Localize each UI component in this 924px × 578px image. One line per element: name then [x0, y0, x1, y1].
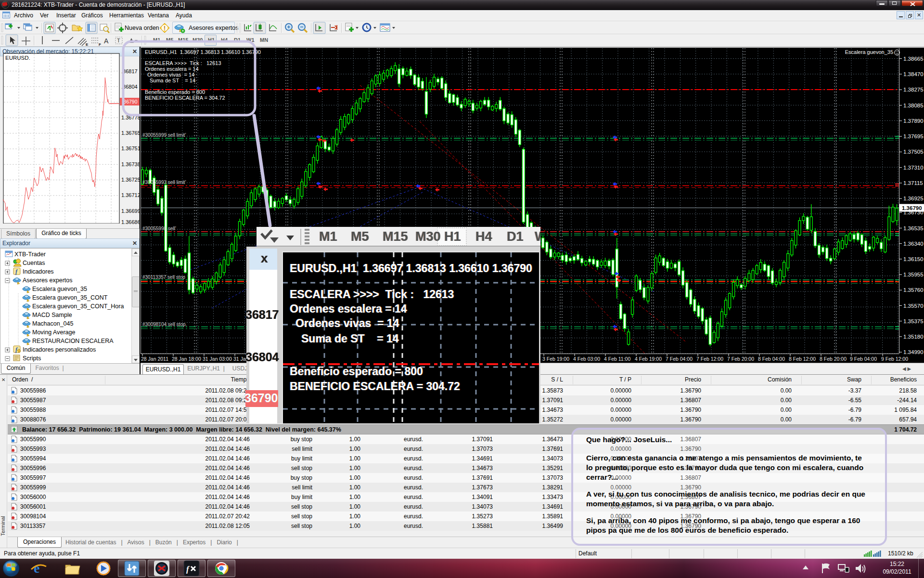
svg-text:28 Jan 18:00: 28 Jan 18:00 — [172, 356, 201, 362]
svg-text:#30055993 sell limitʼ: #30055993 sell limitʼ — [142, 180, 186, 185]
svg-text:Ordenes vivas = 14: Ordenes vivas = 14 — [147, 72, 194, 78]
svg-text:Scripts: Scripts — [23, 355, 41, 362]
svg-text:Ordenes escalera = 14: Ordenes escalera = 14 — [145, 66, 199, 72]
svg-text:7 Feb 20:00: 7 Feb 20:00 — [727, 356, 754, 362]
svg-text:Cuentas: Cuentas — [23, 260, 45, 266]
svg-text:1.37115: 1.37115 — [903, 180, 923, 186]
svg-text:4 Feb 11:00: 4 Feb 11:00 — [604, 356, 630, 362]
svg-text:9 Feb 04:00: 9 Feb 04:00 — [850, 356, 877, 362]
svg-text:7 Feb 12:00: 7 Feb 12:00 — [696, 356, 723, 362]
svg-text:Indicadores: Indicadores — [23, 268, 54, 275]
svg-text:1.35955: 1.35955 — [903, 272, 924, 277]
svg-text:EURUSD.: EURUSD. — [5, 55, 30, 61]
svg-text:#30055999 sell limitʼ: #30055999 sell limitʼ — [142, 132, 186, 138]
svg-text:1.35760: 1.35760 — [903, 287, 924, 293]
svg-text:1.38085: 1.38085 — [903, 103, 924, 108]
svg-text:1.36340: 1.36340 — [903, 241, 924, 247]
svg-text:Suma de ST = 14: Suma de ST = 14 — [150, 78, 195, 83]
svg-text:1.35180: 1.35180 — [903, 334, 924, 340]
svg-text:8 Feb 20:00: 8 Feb 20:00 — [820, 356, 847, 362]
svg-text:1.38275: 1.38275 — [903, 87, 924, 92]
svg-text:1.36535: 1.36535 — [903, 225, 924, 231]
svg-text:Moving Average: Moving Average — [32, 329, 75, 336]
svg-text:Escalera guevon_35_CONT_Hora: Escalera guevon_35_CONT_Hora — [32, 303, 124, 310]
svg-text:Escalera guevon_35_CONT: Escalera guevon_35_CONT — [32, 294, 108, 301]
svg-text:RESTAURACION ESCALERA: RESTAURACION ESCALERA — [32, 338, 114, 344]
svg-text:4 Feb 03:00: 4 Feb 03:00 — [573, 356, 600, 362]
svg-text:1.36790: 1.36790 — [902, 205, 922, 211]
svg-text:1.38470: 1.38470 — [903, 71, 924, 77]
svg-text:28 Jan 2011: 28 Jan 2011 — [141, 356, 168, 362]
svg-text:Asesores expertos: Asesores expertos — [23, 277, 73, 284]
svg-text:ESCALERA >>>> Tick : 12613: ESCALERA >>>> Tick : 12613 — [145, 60, 221, 66]
svg-text:1.36150: 1.36150 — [903, 256, 924, 262]
svg-text:e: e — [34, 561, 39, 576]
svg-text:9 Feb 12:00: 9 Feb 12:00 — [881, 356, 908, 362]
svg-text:3 Feb 19:00: 3 Feb 19:00 — [542, 356, 569, 362]
svg-text:1.37890: 1.37890 — [903, 118, 924, 124]
svg-text:Beneficio esperado = 800: Beneficio esperado = 800 — [145, 89, 205, 95]
svg-text:Escalera guevon_35: Escalera guevon_35 — [32, 286, 87, 292]
svg-text:XTB-Trader: XTB-Trader — [14, 251, 46, 258]
svg-text:7 Feb 04:00: 7 Feb 04:00 — [666, 356, 693, 362]
svg-text:31 Jan 03:00: 31 Jan 03:00 — [203, 356, 232, 362]
svg-text:#30055998 sellʼ: #30055998 sellʼ — [142, 226, 176, 231]
svg-text:1.35570: 1.35570 — [903, 303, 924, 309]
svg-text:8 Feb 12:00: 8 Feb 12:00 — [789, 356, 816, 362]
svg-text:1.35375: 1.35375 — [903, 318, 924, 324]
svg-text:MACD Sample: MACD Sample — [32, 312, 72, 318]
svg-text:Machacon_045: Machacon_045 — [32, 320, 74, 327]
svg-text:EURUSD.,H1 1.36697 1.36813 1.: EURUSD.,H1 1.36697 1.36813 1.36610 1.367… — [145, 49, 261, 55]
svg-text:#30098104 sell stop.: #30098104 sell stop. — [142, 322, 187, 327]
svg-text:1.38665: 1.38665 — [903, 56, 924, 62]
svg-text:1.37505: 1.37505 — [903, 149, 924, 155]
svg-text:1.37695: 1.37695 — [903, 133, 924, 139]
svg-text:4 Feb 19:00: 4 Feb 19:00 — [635, 356, 662, 362]
svg-text:#30113357 sell stop: #30113357 sell stop — [142, 275, 185, 280]
svg-text:Indicadores personalizados: Indicadores personalizados — [23, 346, 96, 353]
svg-text:1.34990: 1.34990 — [903, 349, 924, 355]
svg-text:Escalera guevon_35: Escalera guevon_35 — [845, 49, 893, 55]
svg-text:8 Feb 04:00: 8 Feb 04:00 — [758, 356, 785, 362]
svg-text:1.36925: 1.36925 — [903, 196, 924, 201]
svg-text:BENEFICIO ESCALERA = 304.72: BENEFICIO ESCALERA = 304.72 — [145, 95, 225, 101]
svg-text:1.37310: 1.37310 — [903, 165, 924, 171]
